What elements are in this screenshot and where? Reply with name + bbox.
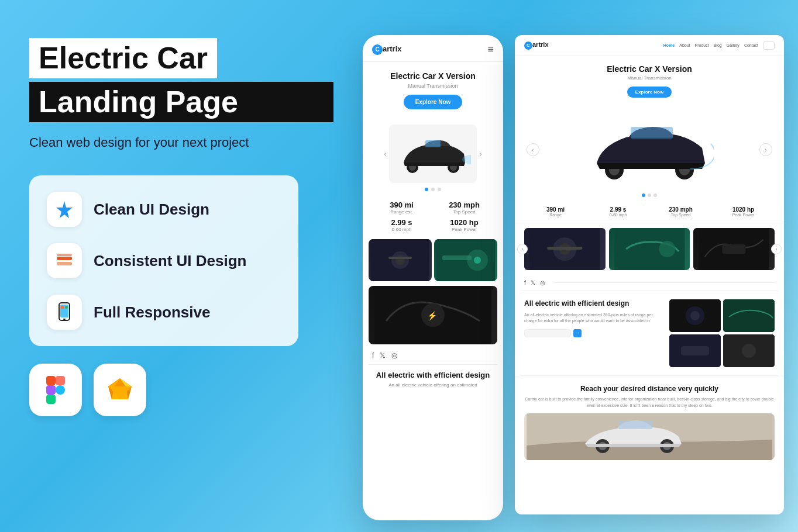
phone-menu-icon[interactable]: ≡ (487, 43, 494, 56)
desktop-stat-accel-lbl: 0-60 mph (587, 213, 649, 217)
phone-next-btn[interactable]: › (479, 149, 482, 158)
desktop-search-icon[interactable] (763, 42, 775, 50)
figma-tool-icon (29, 364, 82, 416)
title-line1: Electric Car (29, 38, 217, 78)
all-elec-item-4 (723, 334, 775, 367)
all-elec-item-3 (669, 334, 721, 367)
stat-range: 390 mi Range est. (372, 201, 431, 215)
desktop-nav-links: Home About Product Blog Gallery Contact (663, 42, 775, 50)
desktop-car-area (539, 112, 759, 188)
desktop-stat-range-lbl: Range (524, 213, 587, 217)
stat-accel-val: 2.99 s (372, 218, 431, 227)
phone-gallery (363, 237, 503, 284)
phone-hero: Electric Car X Version Manual Transmissi… (363, 62, 503, 125)
nav-blog[interactable]: Blog (714, 43, 722, 47)
desktop-logo: Cartrix (524, 41, 549, 50)
tools-row (29, 364, 333, 416)
desktop-stat-power-val: 1020 hp (712, 206, 775, 213)
all-electric-input-field[interactable] (524, 329, 571, 337)
svg-rect-24 (425, 140, 441, 147)
svg-rect-55 (681, 346, 709, 355)
phone-dots (363, 188, 503, 191)
phone-prev-btn[interactable]: ‹ (384, 149, 387, 158)
desktop-stats-row: 390 mi Range 2.99 s 0-60 mph 230 mph Top… (515, 203, 784, 223)
feature-item-responsive: Full Responsive (47, 295, 281, 330)
features-card: Clean UI Design Consistent UI Design (29, 175, 298, 346)
feature-item-clean-ui: Clean UI Design (47, 192, 281, 227)
feature-label-clean-ui: Clean UI Design (94, 201, 209, 219)
svg-rect-29 (388, 257, 412, 259)
phone-mockup: Cartrix ≡ Electric Car X Version Manual … (363, 35, 503, 520)
nav-product[interactable]: Product (695, 43, 709, 47)
stat-speed-val: 230 mph (435, 201, 494, 209)
desktop-gallery-row: ‹ (515, 223, 784, 275)
desktop-next-btn[interactable]: › (759, 143, 772, 156)
desktop-stat-power: 1020 hp Peak Power (712, 206, 775, 217)
desktop-explore-btn[interactable]: Explore Now (627, 87, 672, 98)
all-electric-title: All electric with efficient design (524, 299, 662, 309)
stat-range-val: 390 mi (372, 201, 431, 209)
all-electric-submit-btn[interactable]: → (573, 329, 582, 337)
desktop-mockup: Cartrix Home About Product Blog Gallery … (515, 35, 784, 514)
feature-label-responsive: Full Responsive (94, 303, 210, 322)
nav-home[interactable]: Home (663, 43, 675, 47)
svg-rect-1 (57, 262, 72, 265)
dot-1 (425, 188, 428, 191)
desktop-gallery-item-2 (609, 228, 690, 270)
desktop-dot-1 (642, 194, 645, 197)
svg-rect-11 (46, 395, 56, 404)
svg-rect-59 (618, 420, 652, 429)
stat-range-lbl: Range est. (372, 209, 431, 215)
phone-social: f 𝕏 ◎ (363, 347, 503, 364)
phone-instagram-icon: ◎ (391, 351, 397, 360)
nav-gallery[interactable]: Gallery (727, 43, 739, 47)
reach-desc: Cartrix car is built to provide the fami… (524, 396, 775, 409)
svg-rect-7 (65, 306, 68, 309)
stat-power-lbl: Peak Power (435, 227, 494, 232)
desktop-dot-3 (653, 194, 657, 197)
nav-about[interactable]: About (679, 43, 690, 47)
desktop-prev-btn[interactable]: ‹ (527, 143, 539, 156)
phone-section-text: An all electric vehicle offering an esti… (363, 382, 503, 393)
desktop-stat-accel: 2.99 s 0-60 mph (587, 206, 649, 217)
desktop-stat-range-val: 390 mi (524, 206, 587, 213)
desktop-facebook-icon: f (524, 279, 526, 286)
desktop-twitter-icon: 𝕏 (531, 279, 535, 286)
desktop-all-electric: All electric with efficient design An al… (515, 291, 784, 375)
gallery-item-full: ⚡ (369, 286, 497, 344)
feature-label-consistent-ui: Consistent UI Design (94, 252, 246, 270)
desktop-stat-speed: 230 mph Top Speed (649, 206, 712, 217)
sketch-tool-icon (94, 364, 146, 416)
stat-power-val: 1020 hp (435, 218, 494, 227)
dot-3 (438, 188, 441, 191)
phone-section-title: All electric with efficient design (363, 365, 503, 382)
phone-hero-title: Electric Car X Version (372, 71, 494, 81)
svg-point-57 (742, 344, 756, 358)
svg-point-47 (659, 241, 675, 257)
desktop-hero: Electric Car X Version Manual Transmissi… (515, 56, 784, 106)
desktop-nav: Cartrix Home About Product Blog Gallery … (515, 35, 784, 56)
gallery-item-1 (369, 239, 432, 281)
desktop-instagram-icon: ◎ (540, 279, 545, 286)
phone-explore-btn[interactable]: Explore Now (404, 95, 463, 109)
desktop-gallery-prev[interactable]: ‹ (517, 244, 528, 254)
phone-logo: Cartrix (372, 44, 402, 55)
phone-car-image (389, 125, 477, 183)
desktop-stat-power-lbl: Peak Power (712, 213, 775, 217)
svg-point-33 (474, 257, 481, 264)
desktop-gallery-next[interactable]: › (771, 244, 782, 254)
svg-text:⚡: ⚡ (427, 311, 438, 321)
all-electric-input: → (524, 329, 662, 337)
desktop-stat-range: 390 mi Range (524, 206, 587, 217)
svg-rect-6 (61, 306, 64, 309)
reach-title: Reach your desired distance very quickly (524, 385, 775, 393)
stat-speed: 230 mph Top Speed (435, 201, 494, 215)
nav-contact[interactable]: Contact (744, 43, 758, 47)
svg-rect-2 (57, 254, 72, 256)
svg-point-12 (56, 385, 65, 395)
all-elec-item-1 (669, 299, 721, 332)
desktop-logo-circle: C (524, 42, 532, 50)
all-electric-gallery (669, 299, 775, 367)
desktop-reach: Reach your desired distance very quickly… (515, 376, 784, 468)
social-divider (553, 282, 775, 283)
